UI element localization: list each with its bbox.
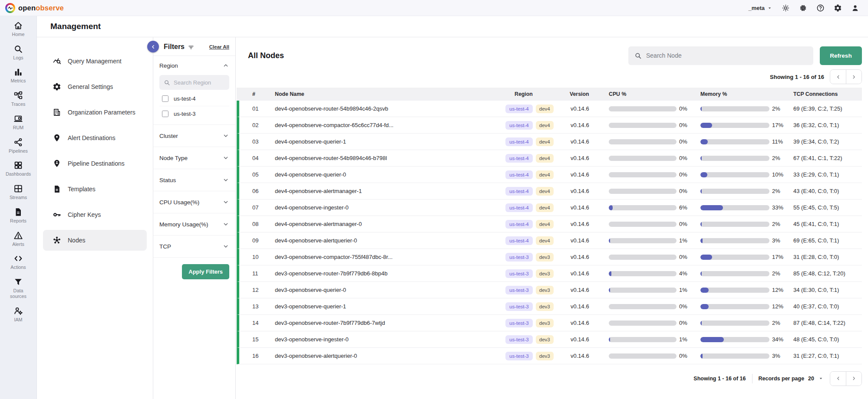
sidebar-item-logs[interactable]: Logs	[0, 44, 36, 61]
menu-item-pipeline-destinations[interactable]: Pipeline Destinations	[43, 153, 147, 174]
collapse-filters-button[interactable]	[147, 41, 159, 52]
checkbox[interactable]	[162, 111, 168, 117]
table-footer: Showing 1 - 16 of 16 Records per page 20	[236, 371, 862, 386]
sidebar-item-reports[interactable]: Reports	[0, 207, 36, 224]
row-number: 05	[239, 171, 270, 178]
refresh-button[interactable]: Refresh	[820, 46, 862, 65]
region-badge: us-test-3	[505, 253, 533, 262]
menu-item-templates[interactable]: Templates	[43, 179, 147, 200]
menu-item-cipher-keys[interactable]: Cipher Keys	[43, 204, 147, 225]
table-row: 16 dev3-openobserve-alertquerier-0 us-te…	[237, 348, 862, 364]
row-number: 13	[239, 303, 270, 310]
next-page-button[interactable]	[846, 70, 861, 84]
node-search-input[interactable]: Search Node	[628, 46, 813, 65]
row-badges: us-test-4 dev4	[504, 220, 570, 229]
sidebar-item-streams[interactable]: Streams	[0, 184, 36, 200]
chevron-left-icon	[150, 44, 156, 50]
col-tcp: TCP Connections	[793, 91, 862, 97]
filter-section-header[interactable]: Status	[159, 169, 229, 191]
slack-icon[interactable]	[799, 4, 807, 12]
memory-percent: 17%	[772, 122, 783, 128]
memory-usage-cell: 12%	[700, 287, 793, 293]
profile-icon[interactable]	[851, 4, 859, 12]
memory-percent: 2%	[772, 221, 780, 227]
cpu-usage-cell: 4%	[609, 270, 700, 277]
env-badge: dev3	[536, 302, 554, 311]
filter-option-row[interactable]: us-test-3	[159, 106, 229, 121]
cpu-bar	[609, 205, 677, 210]
cpu-usage-cell: 0%	[609, 221, 700, 227]
sidebar-item-pipelines[interactable]: Pipelines	[0, 137, 36, 154]
menu-item-organization-parameters[interactable]: Organization Parameters	[43, 102, 147, 123]
prev-page-button[interactable]	[830, 70, 846, 84]
sidebar-item-data-sources[interactable]: Data sources	[0, 277, 36, 299]
node-name: dev3-openobserve-querier-1	[270, 303, 504, 310]
cpu-usage-cell: 0%	[609, 254, 700, 260]
cpu-percent: 0%	[679, 155, 687, 161]
filter-section: Cluster	[153, 125, 235, 147]
chevron-down-icon	[222, 199, 229, 206]
openobserve-logo[interactable]: openobserve	[5, 3, 64, 13]
node-name: dev3-openobserve-router-7b9f779db6-7wtjd	[270, 320, 504, 326]
prev-page-button[interactable]	[830, 372, 846, 386]
memory-percent: 17%	[772, 254, 783, 260]
apply-filters-button[interactable]: Apply Filters	[182, 264, 229, 279]
node-search-placeholder: Search Node	[646, 52, 682, 59]
cpu-percent: 0%	[679, 254, 687, 260]
theme-light-icon[interactable]	[782, 4, 790, 12]
memory-bar	[700, 337, 769, 342]
filter-section-header[interactable]: TCP	[159, 235, 229, 257]
cpu-bar	[609, 123, 677, 128]
menu-item-alert-destinations[interactable]: Alert Destinations	[43, 128, 147, 148]
row-number: 11	[239, 270, 270, 277]
menu-item-query-management[interactable]: Query Management	[43, 51, 147, 72]
settings-icon[interactable]	[834, 4, 842, 12]
memory-percent: 10%	[772, 171, 783, 178]
table-row: 06 dev4-openobserve-alertmanager-1 us-te…	[237, 183, 862, 200]
memory-usage-cell: 2%	[700, 270, 793, 277]
menu-item-nodes[interactable]: Nodes	[43, 230, 147, 251]
col-region: Region	[504, 91, 570, 97]
help-icon[interactable]	[816, 4, 825, 12]
memory-percent: 2%	[772, 320, 780, 326]
next-page-button[interactable]	[846, 372, 861, 386]
sidebar-item-dashboards[interactable]: Dashboards	[0, 160, 36, 177]
node-version: v0.14.6	[570, 287, 609, 293]
memory-bar	[700, 172, 769, 177]
region-section-header[interactable]: Region	[159, 56, 229, 75]
chevron-right-icon	[851, 74, 857, 80]
filter-section-header[interactable]: CPU Usage(%)	[159, 191, 229, 213]
filter-section-header[interactable]: Memory Usage(%)	[159, 213, 229, 235]
sidebar-item-home[interactable]: Home	[0, 21, 36, 37]
tcp-connections: 31 (E:27, C:0, T:1)	[793, 353, 862, 359]
node-name: dev3-openobserve-querier-0	[270, 287, 504, 293]
topbar: openobserve _meta	[0, 0, 868, 16]
organization-selector[interactable]: _meta	[748, 5, 772, 11]
filter-section-header[interactable]: Cluster	[159, 125, 229, 147]
sidebar-item-alerts[interactable]: Alerts	[0, 231, 36, 247]
checkbox[interactable]	[162, 95, 168, 102]
iam-icon	[13, 306, 23, 316]
tcp-connections: 48 (E:45, C:0, T:0)	[793, 336, 862, 343]
sidebar-item-traces[interactable]: Traces	[0, 91, 36, 107]
cpu-bar	[609, 238, 677, 243]
clear-all-link[interactable]: Clear All	[209, 44, 229, 49]
cpu-usage-cell: 0%	[609, 303, 700, 310]
menu-item-general-settings[interactable]: General Settings	[43, 76, 147, 97]
filter-section-header[interactable]: Node Type	[159, 147, 229, 169]
filter-option-row[interactable]: us-test-4	[159, 92, 229, 106]
region-search-input[interactable]: Search Region	[159, 75, 229, 90]
region-badge: us-test-3	[505, 319, 533, 327]
node-name: dev3-openobserve-ingester-0	[270, 336, 504, 343]
tcp-connections: 69 (E:65, C:0, T:1)	[793, 237, 862, 244]
sidebar-item-rum[interactable]: RUM	[0, 114, 36, 131]
sidebar-item-metrics[interactable]: Metrics	[0, 67, 36, 84]
node-name: dev4-openobserve-alertmanager-1	[270, 188, 504, 194]
sidebar-item-iam[interactable]: IAM	[0, 306, 36, 323]
env-badge: dev4	[536, 203, 554, 212]
records-per-page-select[interactable]: Records per page 20	[759, 376, 824, 382]
memory-usage-cell: 2%	[700, 155, 793, 161]
memory-usage-cell: 17%	[700, 122, 793, 128]
chevron-down-icon	[222, 243, 229, 250]
sidebar-item-actions[interactable]: Actions	[0, 254, 36, 270]
